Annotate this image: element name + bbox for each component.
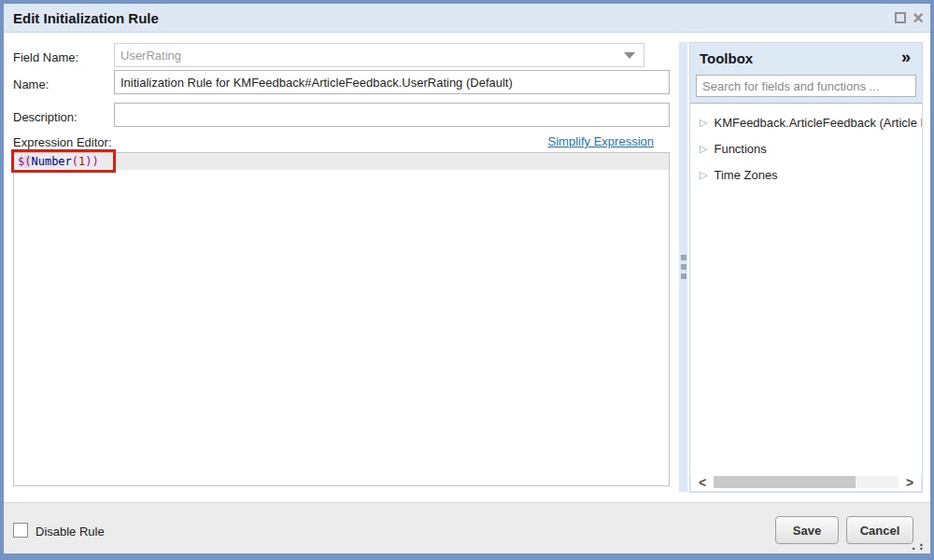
name-input[interactable] (114, 70, 670, 94)
expand-arrow-icon[interactable]: ▷ (700, 117, 707, 129)
code-token: Number (31, 155, 71, 168)
field-name-dropdown[interactable] (114, 43, 644, 67)
code-token: ) (85, 155, 92, 168)
expand-arrow-icon[interactable]: ▷ (700, 143, 707, 155)
name-label: Name: (13, 77, 49, 91)
tree-item-label: Time Zones (714, 168, 777, 182)
collapse-panel-icon[interactable]: » (901, 48, 911, 67)
expand-arrow-icon[interactable]: ▷ (700, 169, 707, 181)
code-token: ( (72, 155, 78, 168)
disable-rule-label: Disable Rule (35, 525, 105, 539)
expression-editor[interactable]: $(Number(1)) (13, 152, 670, 486)
description-input[interactable] (114, 103, 670, 127)
save-button[interactable]: Save (775, 516, 839, 544)
tree-item-label: Functions (714, 142, 766, 156)
splitter-grip-icon (681, 273, 686, 279)
panel-splitter[interactable] (679, 42, 687, 492)
description-label: Description: (13, 110, 78, 124)
expression-code-line[interactable]: $(Number(1)) (14, 153, 669, 170)
toolbox-panel: Toolbox » ▷ KMFeedback.ArticleFeedback (… (689, 42, 923, 493)
toolbox-title: Toolbox (700, 50, 753, 66)
tree-item-kmfeedback[interactable]: ▷ KMFeedback.ArticleFeedback (Article Fe… (690, 109, 922, 135)
scrollbar-track[interactable] (714, 476, 899, 488)
disable-rule-checkbox[interactable] (13, 523, 28, 538)
toolbox-search-input[interactable] (696, 75, 916, 97)
dialog-title: Edit Initialization Rule (13, 10, 159, 26)
horizontal-scrollbar[interactable]: < > (691, 473, 921, 491)
field-name-input (114, 43, 644, 67)
code-token: ) (92, 155, 99, 168)
field-name-label: Field Name: (13, 50, 78, 64)
toolbox-header: Toolbox » (690, 43, 922, 73)
tree-item-functions[interactable]: ▷ Functions (690, 135, 922, 161)
resize-grip[interactable]: .: (911, 539, 926, 553)
close-icon[interactable]: × (913, 10, 924, 25)
scrollbar-thumb[interactable] (714, 476, 856, 488)
scroll-right-icon[interactable]: > (899, 475, 921, 490)
edit-initialization-rule-dialog: Edit Initialization Rule × Field Name: N… (0, 0, 934, 560)
splitter-grip-icon (681, 264, 686, 270)
splitter-grip-icon (681, 255, 686, 260)
simplify-expression-link[interactable]: Simplify Expression (548, 134, 654, 148)
cancel-button[interactable]: Cancel (846, 516, 913, 544)
dialog-footer: Disable Rule Save Cancel .: (4, 502, 930, 553)
tree-item-time-zones[interactable]: ▷ Time Zones (690, 161, 922, 188)
window-controls: × (895, 10, 924, 25)
chevron-down-icon (624, 52, 635, 59)
dialog-titlebar: Edit Initialization Rule × (4, 4, 930, 33)
maximize-icon[interactable] (895, 12, 906, 23)
tree-item-label: KMFeedback.ArticleFeedback (Article Feed… (714, 116, 922, 130)
simplify-expression-wrap: Simplify Expression (13, 134, 654, 148)
toolbox-tree: ▷ KMFeedback.ArticleFeedback (Article Fe… (690, 103, 922, 475)
scroll-left-icon[interactable]: < (691, 475, 714, 490)
